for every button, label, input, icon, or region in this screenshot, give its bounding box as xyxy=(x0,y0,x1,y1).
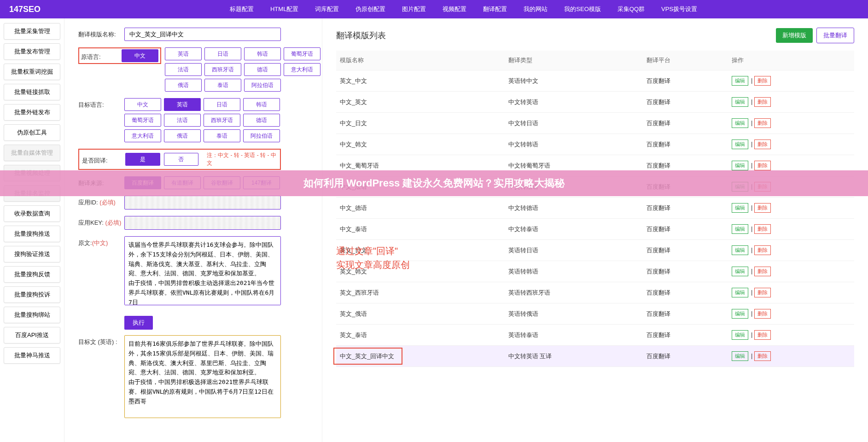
topnav-item[interactable]: 我的网站 xyxy=(515,0,556,18)
back-no-button[interactable]: 否 xyxy=(164,153,198,166)
delete-button[interactable]: 删除 xyxy=(754,245,771,255)
source-lang-option[interactable]: 阿拉伯语 xyxy=(244,79,281,92)
batch-translate-button[interactable]: 批量翻译 xyxy=(816,28,854,43)
source-lang-option[interactable]: 泰语 xyxy=(204,79,241,92)
source-lang-option[interactable]: 日语 xyxy=(204,47,241,60)
topnav-item[interactable]: HTML配置 xyxy=(262,0,307,18)
sidebar-item[interactable]: 批量搜狗投诉 xyxy=(4,286,60,303)
translate-source-option[interactable]: 百度翻译 xyxy=(124,176,161,189)
orig-textarea[interactable] xyxy=(124,236,281,305)
table-row: 英文_俄语英语转俄语百度翻译编辑 | 删除 xyxy=(336,303,854,325)
delete-button[interactable]: 删除 xyxy=(754,203,771,213)
template-name-input[interactable] xyxy=(124,28,281,41)
delete-button[interactable]: 删除 xyxy=(754,140,771,149)
sidebar-item[interactable]: 搜狗验证推送 xyxy=(4,246,60,262)
target-lang-option[interactable]: 德语 xyxy=(243,114,280,127)
delete-button[interactable]: 删除 xyxy=(754,309,771,319)
delete-button[interactable]: 删除 xyxy=(754,118,771,128)
target-lang-option[interactable]: 西班牙语 xyxy=(204,114,240,127)
target-lang-option[interactable]: 葡萄牙语 xyxy=(124,114,161,127)
edit-button[interactable]: 编辑 xyxy=(732,351,748,361)
sidebar-item[interactable]: 批量发布管理 xyxy=(4,43,60,60)
sidebar-item[interactable]: 批量外链发布 xyxy=(4,104,60,121)
source-lang-option[interactable]: 葡萄牙语 xyxy=(284,47,320,60)
template-list-panel: 翻译模版列表 新增模版 批量翻译 模版名称翻译类型翻译平台操作 英文_中文英语转… xyxy=(322,18,868,442)
edit-button[interactable]: 编辑 xyxy=(732,330,748,340)
translate-source-option[interactable]: 谷歌翻译 xyxy=(204,176,240,189)
table-row: 中文_日文中文转日语百度翻译编辑 | 删除 xyxy=(336,113,854,134)
source-lang-option[interactable]: 俄语 xyxy=(165,79,202,92)
edit-button[interactable]: 编辑 xyxy=(732,309,748,319)
delete-button[interactable]: 删除 xyxy=(754,330,771,340)
source-lang-option[interactable]: 德语 xyxy=(244,63,281,76)
form-panel: 翻译模版名称: 原语言: 中文 英语日语韩语葡萄牙语法语西班牙语德语意大利语俄语… xyxy=(64,18,322,442)
table-row: 中文_韩文中文转韩语百度翻译编辑 | 删除 xyxy=(336,134,854,155)
edit-button[interactable]: 编辑 xyxy=(732,182,748,192)
edit-button[interactable]: 编辑 xyxy=(732,140,748,149)
target-lang-option[interactable]: 泰语 xyxy=(204,129,240,142)
source-lang-option[interactable]: 意大利语 xyxy=(284,63,320,76)
sidebar-item[interactable]: 批量神马推送 xyxy=(4,347,60,364)
topnav-item[interactable]: 翻译配置 xyxy=(475,0,515,18)
app-id-label: 应用ID: (必填) xyxy=(78,196,124,207)
edit-button[interactable]: 编辑 xyxy=(732,224,748,234)
target-lang-option[interactable]: 俄语 xyxy=(164,129,201,142)
source-lang-option[interactable]: 西班牙语 xyxy=(204,63,241,76)
target-lang-option[interactable]: 法语 xyxy=(164,114,201,127)
edit-button[interactable]: 编辑 xyxy=(732,76,748,86)
edit-button[interactable]: 编辑 xyxy=(732,267,748,276)
source-lang-active[interactable]: 中文 xyxy=(122,49,158,62)
sidebar-item[interactable]: 批量采集管理 xyxy=(4,23,60,40)
delete-button[interactable]: 删除 xyxy=(754,97,771,107)
target-textarea[interactable] xyxy=(124,335,281,418)
topnav-item[interactable]: 我的SEO模版 xyxy=(556,0,609,18)
sidebar-item[interactable]: 百度API推送 xyxy=(4,327,60,343)
translate-source-option[interactable]: 有道翻译 xyxy=(164,176,201,189)
topnav-item[interactable]: VPS拨号设置 xyxy=(653,0,705,18)
topnav-item[interactable]: 采集QQ群 xyxy=(609,0,653,18)
sidebar-item[interactable]: 批量搜狗推送 xyxy=(4,226,60,242)
topnav-item[interactable]: 图片配置 xyxy=(394,0,434,18)
topnav-item[interactable]: 标题配置 xyxy=(221,0,262,18)
delete-button[interactable]: 删除 xyxy=(754,288,771,297)
source-lang-option[interactable]: 韩语 xyxy=(244,47,281,60)
back-yes-button[interactable]: 是 xyxy=(125,153,160,166)
delete-button[interactable]: 删除 xyxy=(754,224,771,234)
sidebar-item[interactable]: 批量搜狗绑站 xyxy=(4,307,60,323)
edit-button[interactable]: 编辑 xyxy=(732,161,748,170)
add-template-button[interactable]: 新增模版 xyxy=(776,28,813,43)
delete-button[interactable]: 删除 xyxy=(754,182,771,192)
delete-button[interactable]: 删除 xyxy=(754,76,771,86)
sidebar-item[interactable]: 收录数据查询 xyxy=(4,205,60,222)
edit-button[interactable]: 编辑 xyxy=(732,245,748,255)
topnav-item[interactable]: 词库配置 xyxy=(307,0,347,18)
app-id-input[interactable] xyxy=(124,196,281,209)
edit-button[interactable]: 编辑 xyxy=(732,288,748,297)
sidebar-item[interactable]: 伪原创工具 xyxy=(4,124,60,141)
translate-source-option[interactable]: 147翻译 xyxy=(243,176,280,189)
source-lang-option[interactable]: 法语 xyxy=(165,63,202,76)
source-lang-option[interactable]: 英语 xyxy=(165,47,202,60)
topnav-item[interactable]: 视频配置 xyxy=(434,0,475,18)
target-lang-option[interactable]: 日语 xyxy=(204,98,240,111)
sidebar-item[interactable]: 批量搜狗反馈 xyxy=(4,266,60,283)
delete-button[interactable]: 删除 xyxy=(754,351,771,361)
table-row: 英文_韩文英语转韩语百度翻译编辑 | 删除 xyxy=(336,261,854,282)
delete-button[interactable]: 删除 xyxy=(754,267,771,276)
app-key-input[interactable] xyxy=(124,216,281,230)
delete-button[interactable]: 删除 xyxy=(754,161,771,170)
target-lang-option[interactable]: 韩语 xyxy=(243,98,280,111)
edit-button[interactable]: 编辑 xyxy=(732,118,748,128)
edit-button[interactable]: 编辑 xyxy=(732,97,748,107)
sidebar-item[interactable]: 批量链接抓取 xyxy=(4,84,60,100)
target-lang-option[interactable]: 英语 xyxy=(164,98,201,111)
execute-button[interactable]: 执行 xyxy=(124,316,153,330)
target-lang-option[interactable]: 阿拉伯语 xyxy=(243,129,280,142)
template-table: 模版名称翻译类型翻译平台操作 英文_中文英语转中文百度翻译编辑 | 删除中文_英… xyxy=(336,51,854,367)
topnav-item[interactable]: 伪原创配置 xyxy=(347,0,394,18)
sidebar-item[interactable]: 批量权重词挖掘 xyxy=(4,64,60,80)
topbar: 147SEO 标题配置HTML配置词库配置伪原创配置图片配置视频配置翻译配置我的… xyxy=(0,0,868,18)
target-lang-option[interactable]: 意大利语 xyxy=(124,129,161,142)
edit-button[interactable]: 编辑 xyxy=(732,203,748,213)
target-lang-option[interactable]: 中文 xyxy=(124,98,161,111)
